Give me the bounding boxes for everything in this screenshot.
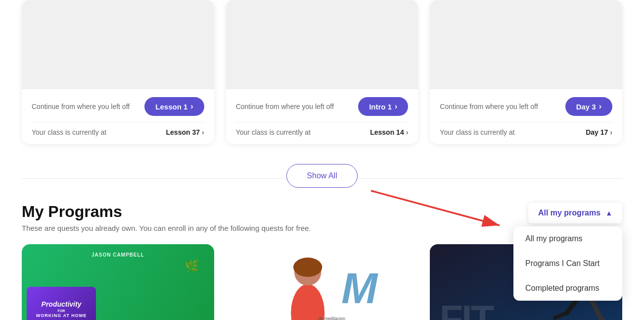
svg-point-3 — [293, 258, 322, 277]
section-header: My Programs These are quests you already… — [22, 203, 622, 232]
program-card-productivity[interactable]: JASON CAMPBELL 🌿 Productivity FOR WORKIN… — [22, 244, 214, 320]
continue-btn-3[interactable]: Day 3 › — [565, 97, 612, 116]
card-content-3: Continue from where you left off Day 3 ›… — [430, 89, 622, 144]
productivity-card-bg: JASON CAMPBELL 🌿 Productivity FOR WORKIN… — [22, 244, 214, 320]
card-content-2: Continue from where you left off Intro 1… — [226, 89, 418, 144]
laptop-text: Productivity FOR WORKING AT HOME — [32, 296, 91, 320]
program-card-meditation[interactable]: M de meditacion Tecnicas para mejorar tu… — [226, 244, 418, 320]
section-title-group: My Programs These are quests you already… — [22, 203, 311, 232]
continue-row-3: Continue from where you left off Day 3 › — [440, 97, 612, 116]
plant-icon: 🌿 — [184, 259, 199, 273]
class-row-1: Your class is currently at Lesson 37 › — [32, 122, 204, 136]
continue-btn-1[interactable]: Lesson 1 › — [144, 97, 204, 116]
laptop-graphic: Productivity FOR WORKING AT HOME — [27, 287, 96, 320]
class-row-3: Your class is currently at Day 17 › — [440, 122, 612, 136]
meditation-card-bg: M de meditacion Tecnicas para mejorar tu… — [226, 244, 418, 320]
class-arrow-1: › — [202, 128, 204, 136]
chevron-up-icon: ▲ — [605, 209, 612, 217]
meditation-svg: M de meditacion Tecnicas para mejorar tu… — [226, 244, 418, 320]
svg-text:de meditacion: de meditacion — [318, 316, 345, 320]
arrow-icon-2: › — [395, 102, 397, 111]
svg-text:M: M — [341, 264, 378, 313]
arrow-icon-1: › — [190, 102, 193, 111]
card-image-1 — [22, 0, 214, 89]
continue-label-2: Continue from where you left off — [236, 103, 334, 110]
svg-text:FIT: FIT — [440, 298, 494, 320]
class-value-1[interactable]: Lesson 37 › — [166, 128, 204, 136]
productivity-author: JASON CAMPBELL — [92, 252, 144, 258]
filter-label: All my programs — [538, 209, 600, 217]
section-title: My Programs — [22, 203, 311, 221]
dropdown-wrapper: All my programs ▲ All my programs Progra… — [528, 203, 622, 223]
filter-dropdown-button[interactable]: All my programs ▲ — [528, 203, 622, 223]
class-row-2: Your class is currently at Lesson 14 › — [236, 122, 409, 136]
show-all-button[interactable]: Show All — [286, 164, 357, 188]
section-subtitle: These are quests you already own. You ca… — [22, 224, 311, 232]
cards-section: Continue from where you left off Lesson … — [0, 0, 644, 154]
card-image-3 — [430, 0, 622, 89]
continue-row-2: Continue from where you left off Intro 1… — [236, 97, 409, 116]
class-label-1: Your class is currently at — [32, 128, 106, 136]
course-card-1: Continue from where you left off Lesson … — [22, 0, 214, 144]
class-label-3: Your class is currently at — [440, 128, 514, 136]
arrow-icon-3: › — [599, 102, 601, 111]
dropdown-item-can-start[interactable]: Programs I Can Start — [513, 251, 622, 276]
class-value-2[interactable]: Lesson 14 › — [370, 128, 408, 136]
continue-row-1: Continue from where you left off Lesson … — [32, 97, 204, 116]
dropdown-item-all[interactable]: All my programs — [513, 226, 622, 251]
class-arrow-2: › — [406, 128, 409, 136]
continue-label-3: Continue from where you left off — [440, 103, 538, 110]
course-card-3: Continue from where you left off Day 3 ›… — [430, 0, 622, 144]
class-arrow-3: › — [610, 128, 612, 136]
continue-label-1: Continue from where you left off — [32, 103, 130, 110]
page-wrapper: Continue from where you left off Lesson … — [0, 0, 644, 320]
card-content-1: Continue from where you left off Lesson … — [22, 89, 214, 144]
my-programs-section: My Programs These are quests you already… — [0, 203, 644, 320]
class-label-2: Your class is currently at — [236, 128, 311, 136]
show-all-section: Show All — [0, 154, 644, 203]
dropdown-item-completed[interactable]: Completed programs — [513, 276, 622, 301]
class-value-3[interactable]: Day 17 › — [586, 128, 612, 136]
course-card-2: Continue from where you left off Intro 1… — [226, 0, 418, 144]
continue-btn-2[interactable]: Intro 1 › — [358, 97, 408, 116]
dropdown-menu: All my programs Programs I Can Start Com… — [513, 226, 622, 301]
card-image-2 — [226, 0, 418, 89]
